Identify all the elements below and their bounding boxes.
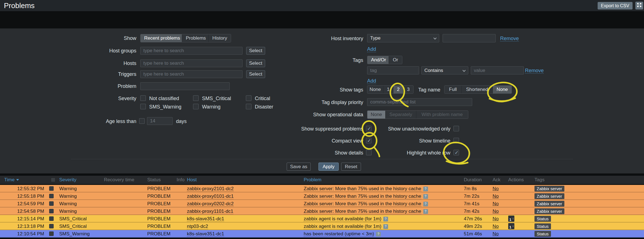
- row-checkbox[interactable]: [49, 224, 54, 228]
- cell-host[interactable]: k8s-slave351-dc1: [187, 216, 224, 222]
- help-icon[interactable]: ?: [423, 202, 428, 206]
- tag-name-full[interactable]: Full: [445, 86, 461, 93]
- cell-host[interactable]: zabbix-proxy0101-dc1: [187, 194, 234, 199]
- highlight-whole-row-checkbox[interactable]: [453, 150, 459, 155]
- compact-view-checkbox[interactable]: [366, 138, 372, 143]
- problem-text[interactable]: has been restarted (uptime < 3m): [304, 231, 374, 237]
- show-tags-2[interactable]: 2: [393, 86, 403, 93]
- host-inventory-field-select[interactable]: Type: [367, 34, 439, 42]
- apply-button[interactable]: Apply: [319, 163, 339, 171]
- tag-chip[interactable]: Zabbix server: [534, 208, 564, 214]
- severity-checkbox-sms-critical[interactable]: [193, 95, 199, 101]
- cell-host[interactable]: zabbix-proxy1101-dc1: [187, 209, 233, 214]
- ack-link[interactable]: No: [493, 216, 499, 221]
- tag-value-input[interactable]: [471, 66, 524, 74]
- problem-text[interactable]: zabbix agent is not available (for 1m): [304, 216, 381, 222]
- show-option-recent-problems[interactable]: Recent problems: [141, 34, 182, 42]
- show-tags-1[interactable]: 1: [383, 86, 393, 93]
- problem-text[interactable]: zabbix agent is not available (for 1m): [304, 224, 381, 229]
- row-checkbox[interactable]: [49, 201, 54, 206]
- tag-chip[interactable]: Status: [534, 231, 551, 237]
- problem-text[interactable]: Zabbix server: More than 75% used in the…: [304, 201, 421, 207]
- opdata-none[interactable]: None: [367, 111, 385, 119]
- show-timeline-checkbox[interactable]: [453, 138, 459, 143]
- tag-match-select[interactable]: Contains: [421, 66, 468, 74]
- column-header-problem[interactable]: Problem: [302, 176, 462, 184]
- show-details-checkbox[interactable]: [366, 150, 372, 155]
- ack-link[interactable]: No: [493, 201, 499, 206]
- column-header-severity[interactable]: Severity: [58, 176, 102, 184]
- severity-checkbox-critical[interactable]: [246, 95, 251, 101]
- column-header-time[interactable]: Time: [0, 176, 47, 184]
- column-header-host[interactable]: Host: [185, 176, 302, 184]
- host-inventory-add-link[interactable]: Add: [367, 46, 376, 52]
- host-inventory-remove-link[interactable]: Remove: [500, 36, 519, 42]
- opdata-with-problem-name[interactable]: With problem name: [416, 111, 468, 119]
- action-badge[interactable]: 1 ↓: [508, 216, 514, 222]
- ack-link[interactable]: No: [493, 194, 499, 199]
- tag-name-input[interactable]: [367, 66, 419, 74]
- tag-chip[interactable]: Status: [534, 223, 551, 229]
- host-inventory-value-input[interactable]: [443, 34, 496, 42]
- help-icon[interactable]: ?: [423, 187, 428, 191]
- severity-checkbox-disaster[interactable]: [246, 104, 251, 109]
- problem-text[interactable]: Zabbix server: More than 75% used in the…: [304, 209, 421, 214]
- cell-host[interactable]: zabbix-proxy2101-dc2: [187, 186, 234, 192]
- ack-link[interactable]: No: [493, 209, 499, 214]
- show-option-problems[interactable]: Problems: [182, 34, 208, 42]
- host-groups-select-button[interactable]: Select: [246, 47, 265, 55]
- fullscreen-button[interactable]: [635, 2, 643, 9]
- triggers-select-button[interactable]: Select: [246, 70, 265, 78]
- row-checkbox[interactable]: [49, 186, 54, 191]
- export-to-csv-button[interactable]: Export to CSV: [598, 2, 633, 9]
- tag-display-priority-input[interactable]: [367, 98, 472, 106]
- row-checkbox[interactable]: [49, 231, 54, 236]
- tag-add-link[interactable]: Add: [367, 78, 376, 84]
- tag-chip[interactable]: Zabbix server: [534, 193, 564, 199]
- tag-name-shortened[interactable]: Shortened: [461, 86, 493, 93]
- hosts-select-button[interactable]: Select: [246, 59, 265, 67]
- select-all-checkbox[interactable]: [51, 178, 55, 182]
- tag-chip[interactable]: Status: [534, 216, 551, 222]
- help-icon[interactable]: ?: [423, 209, 428, 214]
- ack-link[interactable]: No: [493, 231, 499, 236]
- help-icon[interactable]: ?: [383, 224, 388, 229]
- ack-link[interactable]: No: [493, 224, 499, 229]
- show-suppressed-checkbox[interactable]: [366, 126, 372, 131]
- severity-checkbox-not-classified[interactable]: [140, 95, 146, 101]
- problem-text[interactable]: Zabbix server: More than 75% used in the…: [304, 186, 421, 192]
- age-input[interactable]: [147, 117, 173, 125]
- show-option-history[interactable]: History: [208, 34, 231, 42]
- save-as-button[interactable]: Save as: [287, 163, 311, 171]
- show-tags-none[interactable]: None: [367, 86, 383, 93]
- host-groups-input[interactable]: [140, 47, 243, 55]
- problem-input[interactable]: [140, 82, 230, 90]
- action-badge[interactable]: 1 ↓: [508, 223, 514, 229]
- reset-button[interactable]: Reset: [341, 163, 361, 171]
- age-checkbox[interactable]: [139, 118, 145, 124]
- row-checkbox[interactable]: [49, 209, 54, 213]
- tags-operator-or[interactable]: Or: [389, 56, 402, 64]
- tag-remove-link[interactable]: Remove: [525, 68, 544, 74]
- show-unacknowledged-checkbox[interactable]: [453, 126, 459, 131]
- tag-name-none[interactable]: None: [493, 86, 512, 93]
- tag-chip[interactable]: Zabbix server: [534, 201, 564, 207]
- show-tags-3[interactable]: 3: [403, 86, 413, 93]
- tags-operator-andor[interactable]: And/Or: [367, 56, 389, 64]
- ack-link[interactable]: No: [493, 186, 499, 191]
- cell-host[interactable]: k8s-slave351-dc1: [187, 231, 224, 237]
- problem-text[interactable]: Zabbix server: More than 75% used in the…: [304, 194, 421, 199]
- hosts-input[interactable]: [140, 59, 243, 67]
- severity-checkbox-warning[interactable]: [193, 104, 199, 109]
- help-icon[interactable]: ?: [423, 194, 428, 199]
- row-checkbox[interactable]: [49, 216, 54, 221]
- opdata-separately[interactable]: Separately: [385, 111, 416, 119]
- cell-host[interactable]: zabbix-proxy0202-dc2: [187, 201, 234, 207]
- cell-host[interactable]: ntp03-dc2: [187, 224, 208, 229]
- row-checkbox[interactable]: [49, 194, 54, 198]
- severity-checkbox-sms-warning[interactable]: [140, 104, 146, 109]
- tag-chip[interactable]: Zabbix server: [534, 186, 564, 192]
- help-icon[interactable]: ?: [383, 217, 388, 221]
- help-icon[interactable]: ?: [376, 232, 381, 236]
- triggers-input[interactable]: [140, 70, 243, 78]
